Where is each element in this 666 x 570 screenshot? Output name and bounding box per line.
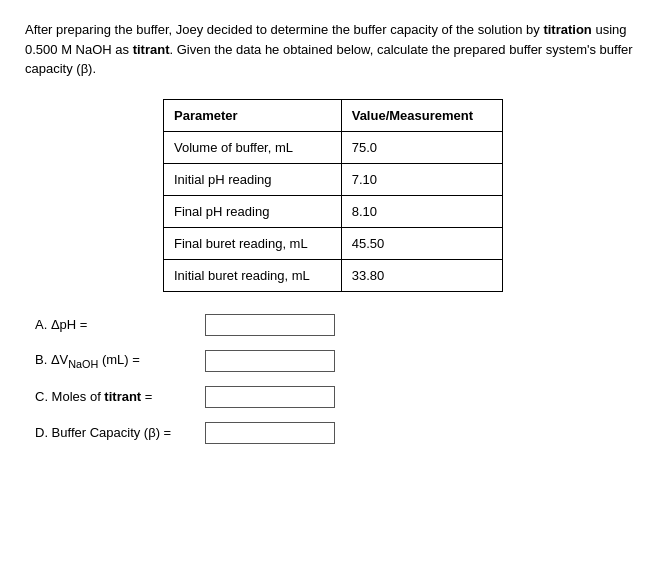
value-initial-buret: 33.80	[341, 259, 502, 291]
table-row: Initial buret reading, mL 33.80	[164, 259, 503, 291]
table-row: Initial pH reading 7.10	[164, 163, 503, 195]
param-initial-buret: Initial buret reading, mL	[164, 259, 342, 291]
value-final-ph: 8.10	[341, 195, 502, 227]
value-initial-ph: 7.10	[341, 163, 502, 195]
answers-section: A. ΔpH = B. ΔVNaOH (mL) = C. Moles of ti…	[25, 314, 641, 444]
answer-row-b: B. ΔVNaOH (mL) =	[35, 350, 641, 372]
answer-row-d: D. Buffer Capacity (β) =	[35, 422, 641, 444]
table-row: Final buret reading, mL 45.50	[164, 227, 503, 259]
table-row: Volume of buffer, mL 75.0	[164, 131, 503, 163]
param-final-ph: Final pH reading	[164, 195, 342, 227]
param-final-buret: Final buret reading, mL	[164, 227, 342, 259]
answer-input-c[interactable]	[205, 386, 335, 408]
table-row: Final pH reading 8.10	[164, 195, 503, 227]
answer-input-a[interactable]	[205, 314, 335, 336]
answer-label-d: D. Buffer Capacity (β) =	[35, 425, 205, 440]
answer-label-a: A. ΔpH =	[35, 317, 205, 332]
intro-paragraph: After preparing the buffer, Joey decided…	[25, 20, 641, 79]
param-initial-ph: Initial pH reading	[164, 163, 342, 195]
value-final-buret: 45.50	[341, 227, 502, 259]
answer-row-a: A. ΔpH =	[35, 314, 641, 336]
answer-label-b: B. ΔVNaOH (mL) =	[35, 352, 205, 370]
data-table-container: Parameter Value/Measurement Volume of bu…	[25, 99, 641, 292]
param-volume: Volume of buffer, mL	[164, 131, 342, 163]
answer-input-b[interactable]	[205, 350, 335, 372]
bold-titrant: titrant	[133, 42, 170, 57]
answer-input-d[interactable]	[205, 422, 335, 444]
data-table: Parameter Value/Measurement Volume of bu…	[163, 99, 503, 292]
col-header-parameter: Parameter	[164, 99, 342, 131]
bold-titration: titration	[543, 22, 591, 37]
answer-label-c: C. Moles of titrant =	[35, 389, 205, 404]
sub-naoh: NaOH	[68, 357, 98, 369]
table-header-row: Parameter Value/Measurement	[164, 99, 503, 131]
col-header-value: Value/Measurement	[341, 99, 502, 131]
bold-titrant-c: titrant	[104, 389, 141, 404]
answer-row-c: C. Moles of titrant =	[35, 386, 641, 408]
value-volume: 75.0	[341, 131, 502, 163]
